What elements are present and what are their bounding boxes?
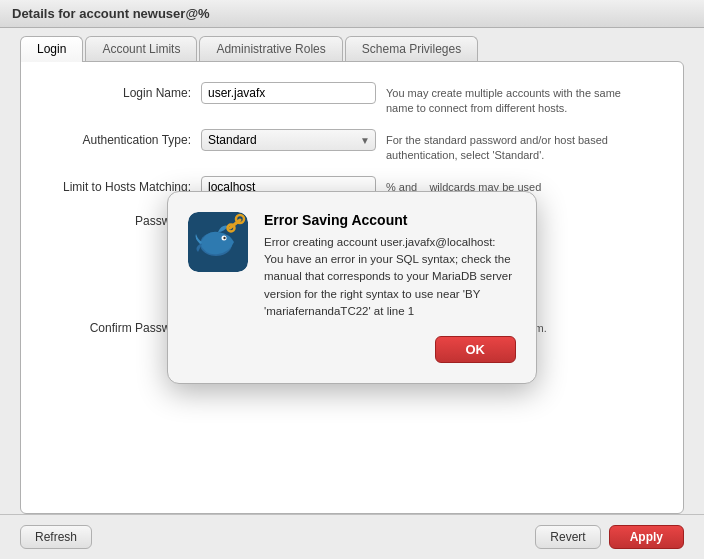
tab-login[interactable]: Login	[20, 36, 83, 62]
dialog-ok-button[interactable]: OK	[435, 336, 517, 363]
dialog-overlay: Error Saving Account Error creating acco…	[21, 62, 683, 513]
tabs-container: Login Account Limits Administrative Role…	[0, 28, 704, 61]
dialog-body: Error Saving Account Error creating acco…	[188, 212, 516, 320]
dialog-title: Error Saving Account	[264, 212, 516, 228]
form-panel: Login Name: You may create multiple acco…	[20, 61, 684, 514]
dialog-message: Error creating account user.javafx@local…	[264, 234, 516, 320]
bottom-bar: Refresh Revert Apply	[0, 514, 704, 559]
dialog-text-container: Error Saving Account Error creating acco…	[264, 212, 516, 320]
dialog-icon	[188, 212, 248, 272]
revert-button[interactable]: Revert	[535, 525, 600, 549]
tab-administrative-roles[interactable]: Administrative Roles	[199, 36, 342, 61]
tab-schema-privileges[interactable]: Schema Privileges	[345, 36, 478, 61]
main-content: Login Account Limits Administrative Role…	[0, 28, 704, 514]
svg-point-3	[223, 237, 225, 239]
apply-button[interactable]: Apply	[609, 525, 684, 549]
bottom-right-buttons: Revert Apply	[535, 525, 684, 549]
title-bar: Details for account newuser@%	[0, 0, 704, 28]
refresh-button[interactable]: Refresh	[20, 525, 92, 549]
tab-account-limits[interactable]: Account Limits	[85, 36, 197, 61]
error-dialog: Error Saving Account Error creating acco…	[167, 191, 537, 384]
title-text: Details for account newuser@%	[12, 6, 210, 21]
dialog-footer: OK	[188, 336, 516, 363]
